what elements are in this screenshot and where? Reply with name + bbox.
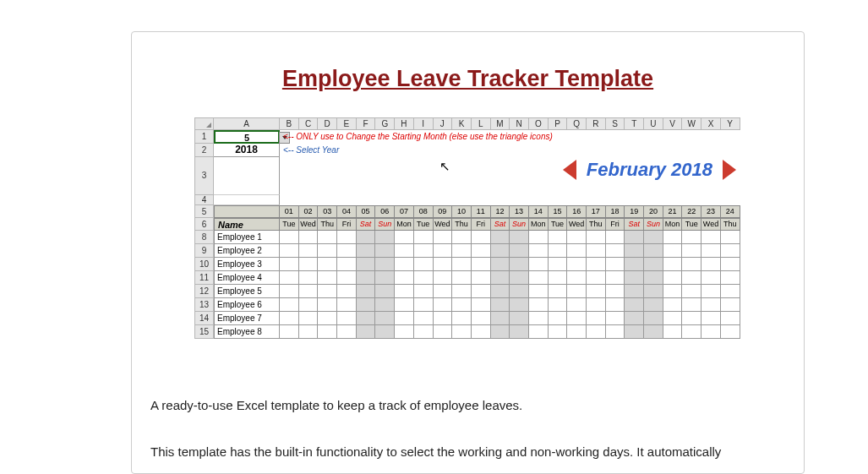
leave-cell[interactable]	[434, 298, 453, 312]
leave-cell[interactable]	[491, 258, 510, 271]
leave-cell[interactable]	[337, 244, 357, 258]
leave-cell[interactable]	[452, 244, 472, 258]
leave-cell[interactable]	[510, 258, 529, 271]
leave-cell[interactable]	[587, 312, 606, 325]
leave-cell[interactable]	[472, 312, 491, 325]
leave-cell[interactable]	[375, 258, 395, 271]
leave-cell[interactable]	[337, 258, 357, 271]
leave-cell[interactable]	[625, 244, 644, 258]
col-header-B[interactable]: B	[280, 117, 299, 130]
employee-name-cell[interactable]: Employee 1	[214, 231, 280, 244]
col-header-W[interactable]: W	[682, 117, 701, 130]
leave-cell[interactable]	[510, 271, 529, 285]
leave-cell[interactable]	[472, 258, 491, 271]
row-header-emp-3[interactable]: 11	[194, 271, 214, 285]
leave-cell[interactable]	[434, 271, 453, 285]
leave-cell[interactable]	[587, 298, 606, 312]
leave-cell[interactable]	[299, 231, 319, 244]
leave-cell[interactable]	[510, 312, 529, 325]
leave-cell[interactable]	[280, 244, 299, 258]
leave-cell[interactable]	[701, 312, 721, 325]
leave-cell[interactable]	[452, 231, 472, 244]
leave-cell[interactable]	[625, 312, 644, 325]
leave-cell[interactable]	[701, 244, 721, 258]
leave-cell[interactable]	[375, 325, 395, 339]
leave-cell[interactable]	[299, 325, 319, 339]
leave-cell[interactable]	[549, 231, 568, 244]
leave-cell[interactable]	[587, 271, 606, 285]
leave-cell[interactable]	[357, 285, 376, 298]
leave-cell[interactable]	[375, 231, 395, 244]
leave-cell[interactable]	[472, 285, 491, 298]
employee-name-cell[interactable]: Employee 2	[214, 244, 280, 258]
leave-cell[interactable]	[357, 271, 376, 285]
leave-cell[interactable]	[529, 285, 549, 298]
leave-cell[interactable]	[549, 312, 568, 325]
leave-cell[interactable]	[701, 231, 721, 244]
leave-cell[interactable]	[434, 258, 453, 271]
leave-cell[interactable]	[721, 231, 740, 244]
leave-cell[interactable]	[414, 298, 434, 312]
leave-cell[interactable]	[682, 312, 701, 325]
leave-cell[interactable]	[701, 271, 721, 285]
leave-cell[interactable]	[682, 271, 701, 285]
col-header-R[interactable]: R	[587, 117, 606, 130]
leave-cell[interactable]	[529, 231, 549, 244]
leave-cell[interactable]	[414, 244, 434, 258]
leave-cell[interactable]	[682, 285, 701, 298]
leave-cell[interactable]	[491, 271, 510, 285]
leave-cell[interactable]	[375, 312, 395, 325]
leave-cell[interactable]	[549, 258, 568, 271]
leave-cell[interactable]	[625, 271, 644, 285]
leave-cell[interactable]	[682, 258, 701, 271]
leave-cell[interactable]	[529, 244, 549, 258]
leave-cell[interactable]	[644, 244, 663, 258]
col-header-A[interactable]: A	[214, 117, 280, 130]
leave-cell[interactable]	[491, 312, 510, 325]
leave-cell[interactable]	[357, 244, 376, 258]
col-header-J[interactable]: J	[434, 117, 453, 130]
leave-cell[interactable]	[510, 285, 529, 298]
leave-cell[interactable]	[625, 325, 644, 339]
leave-cell[interactable]	[663, 258, 683, 271]
col-header-S[interactable]: S	[606, 117, 625, 130]
row-header-emp-4[interactable]: 12	[194, 285, 214, 298]
leave-cell[interactable]	[395, 231, 414, 244]
leave-cell[interactable]	[280, 258, 299, 271]
leave-cell[interactable]	[721, 285, 740, 298]
leave-cell[interactable]	[721, 271, 740, 285]
leave-cell[interactable]	[395, 312, 414, 325]
leave-cell[interactable]	[721, 258, 740, 271]
leave-cell[interactable]	[644, 258, 663, 271]
leave-cell[interactable]	[318, 325, 337, 339]
col-header-G[interactable]: G	[375, 117, 395, 130]
leave-cell[interactable]	[663, 312, 683, 325]
leave-cell[interactable]	[587, 258, 606, 271]
leave-cell[interactable]	[434, 244, 453, 258]
leave-cell[interactable]	[663, 244, 683, 258]
leave-cell[interactable]	[529, 271, 549, 285]
leave-cell[interactable]	[549, 325, 568, 339]
leave-cell[interactable]	[682, 325, 701, 339]
leave-cell[interactable]	[491, 231, 510, 244]
leave-cell[interactable]	[395, 285, 414, 298]
leave-cell[interactable]	[318, 244, 337, 258]
row-header-emp-0[interactable]: 8	[194, 231, 214, 244]
leave-cell[interactable]	[472, 298, 491, 312]
leave-cell[interactable]	[701, 325, 721, 339]
leave-cell[interactable]	[318, 258, 337, 271]
leave-cell[interactable]	[549, 271, 568, 285]
employee-name-cell[interactable]: Employee 5	[214, 285, 280, 298]
col-header-M[interactable]: M	[491, 117, 510, 130]
leave-cell[interactable]	[318, 271, 337, 285]
col-header-Y[interactable]: Y	[721, 117, 740, 130]
leave-cell[interactable]	[644, 285, 663, 298]
leave-cell[interactable]	[357, 231, 376, 244]
leave-cell[interactable]	[491, 285, 510, 298]
leave-cell[interactable]	[299, 312, 319, 325]
employee-name-cell[interactable]: Employee 8	[214, 325, 280, 339]
leave-cell[interactable]	[510, 325, 529, 339]
leave-cell[interactable]	[452, 325, 472, 339]
leave-cell[interactable]	[337, 325, 357, 339]
leave-cell[interactable]	[567, 325, 587, 339]
